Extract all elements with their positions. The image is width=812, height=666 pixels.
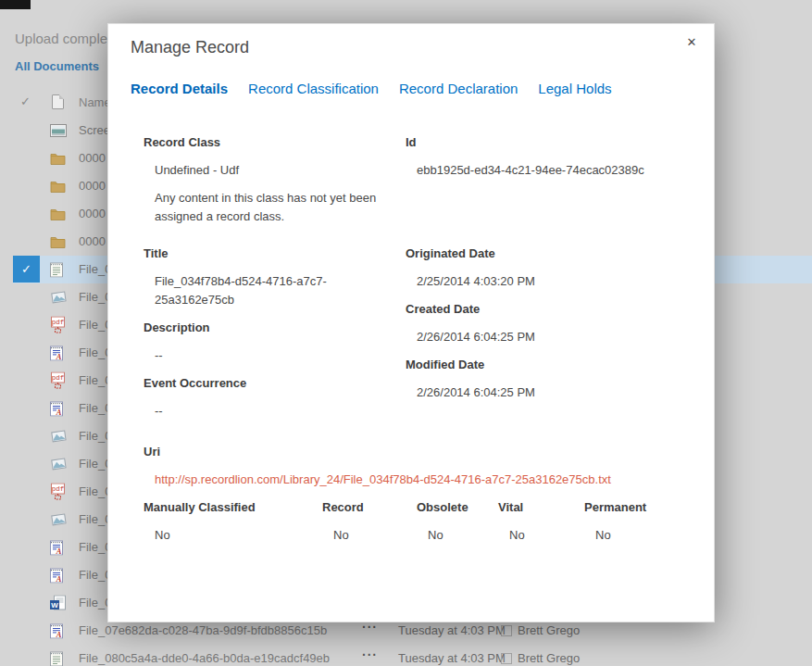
id-value: ebb1925d-ed34-4c21-94ee-74ecac02389c bbox=[417, 161, 692, 180]
record-class-value: Undefined - Udf bbox=[155, 161, 406, 180]
photo-file-icon bbox=[50, 290, 68, 306]
file-name[interactable]: Scree bbox=[79, 123, 110, 137]
rtf-file-icon: A bbox=[50, 346, 63, 361]
presence-indicator-icon bbox=[501, 653, 512, 664]
created-date-label: Created Date bbox=[406, 300, 692, 319]
flag-value: No bbox=[155, 526, 322, 545]
flag-value: No bbox=[428, 526, 498, 545]
presence-indicator-icon bbox=[501, 625, 512, 636]
flag-label: Vital bbox=[498, 498, 584, 517]
folder-name[interactable]: 0000 bbox=[79, 234, 106, 248]
ellipsis-menu-icon[interactable]: ··· bbox=[362, 647, 378, 662]
flag-manually-classified: Manually ClassifiedNo bbox=[144, 498, 322, 545]
manage-record-dialog: ✕ Manage Record Record Details Record Cl… bbox=[107, 23, 715, 622]
flag-vital: VitalNo bbox=[498, 498, 584, 545]
originated-date-value: 2/25/2014 4:03:20 PM bbox=[417, 272, 692, 291]
tab-record-declaration[interactable]: Record Declaration bbox=[399, 81, 518, 96]
dialog-title: Manage Record bbox=[131, 38, 249, 57]
pdf-file-icon: pdf bbox=[50, 484, 66, 501]
file-name[interactable]: File_07e682da-c028-47ba-9d9f-bfdb8856c15… bbox=[79, 623, 327, 637]
select-all-check-icon[interactable]: ✓ bbox=[20, 94, 31, 108]
file-row[interactable]: File_080c5a4a-dde0-4a66-b0da-e19cadcf49e… bbox=[0, 645, 812, 666]
flag-value: No bbox=[595, 526, 692, 545]
selected-row-checkbox[interactable]: ✓ bbox=[13, 256, 40, 283]
flag-value: No bbox=[509, 526, 584, 545]
pdf-file-icon: pdf bbox=[50, 317, 66, 334]
photo-file-icon bbox=[50, 457, 68, 472]
svg-text:A: A bbox=[56, 547, 62, 556]
folder-name[interactable]: 0000 bbox=[79, 151, 106, 165]
event-occurrence-value: -- bbox=[155, 402, 406, 421]
upload-status-text: Upload comple bbox=[15, 31, 107, 46]
uri-link[interactable]: http://sp.recordlion.com/Library_24/File… bbox=[155, 471, 692, 489]
tab-record-classification[interactable]: Record Classification bbox=[248, 81, 379, 96]
svg-text:pdf: pdf bbox=[52, 485, 65, 493]
flag-record: RecordNo bbox=[322, 498, 417, 545]
flag-label: Manually Classified bbox=[144, 498, 322, 517]
txt-file-icon bbox=[50, 651, 63, 666]
flag-value: No bbox=[333, 526, 417, 545]
tab-record-details[interactable]: Record Details bbox=[131, 81, 228, 96]
folder-icon bbox=[50, 207, 66, 220]
black-bar bbox=[0, 0, 31, 9]
photo-file-icon bbox=[50, 512, 68, 528]
svg-text:A: A bbox=[56, 408, 62, 417]
tab-legal-holds[interactable]: Legal Holds bbox=[538, 81, 611, 96]
modified-date: Tuesday at 4:03 PM bbox=[398, 651, 506, 665]
close-icon[interactable]: ✕ bbox=[683, 34, 700, 51]
name-column-header[interactable]: Name bbox=[79, 95, 111, 109]
modified-by-user[interactable]: Brett Grego bbox=[518, 623, 580, 637]
id-label: Id bbox=[406, 133, 692, 152]
dialog-tabs: Record Details Record Classification Rec… bbox=[131, 81, 612, 96]
rtf-file-icon: A bbox=[50, 540, 63, 556]
originated-date-label: Originated Date bbox=[406, 245, 692, 263]
folder-name[interactable]: 0000 bbox=[79, 207, 106, 220]
flag-obsolete: ObsoleteNo bbox=[417, 498, 498, 545]
event-occurrence-label: Event Occurrence bbox=[144, 374, 406, 393]
folder-name[interactable]: 0000 bbox=[79, 179, 106, 193]
folder-icon bbox=[50, 235, 66, 248]
txt-file-icon bbox=[50, 262, 63, 278]
record-class-label: Record Class bbox=[144, 133, 406, 152]
modified-date-label: Modified Date bbox=[406, 356, 692, 374]
title-label: Title bbox=[144, 245, 406, 263]
modified-date: Tuesday at 4:03 PM bbox=[398, 623, 506, 637]
title-value: File_034f78b4-d524-4716-a7c7-25a3162e75c… bbox=[155, 272, 363, 309]
folder-icon bbox=[50, 180, 66, 193]
flag-permanent: PermanentNo bbox=[584, 498, 692, 545]
svg-text:pdf: pdf bbox=[52, 319, 65, 326]
rtf-file-icon: A bbox=[50, 623, 63, 639]
svg-text:A: A bbox=[56, 630, 62, 639]
svg-text:A: A bbox=[56, 352, 62, 361]
rtf-file-icon: A bbox=[50, 568, 63, 584]
modified-date-value: 2/26/2014 6:04:25 PM bbox=[417, 383, 692, 402]
svg-text:W: W bbox=[51, 601, 58, 609]
word-file-icon: W bbox=[50, 596, 66, 611]
file-name[interactable]: File_080c5a4a-dde0-4a66-b0da-e19cadcf49e… bbox=[79, 651, 330, 665]
record-class-note: Any content in this class has not yet be… bbox=[155, 189, 394, 226]
description-label: Description bbox=[144, 319, 406, 337]
svg-text:A: A bbox=[56, 574, 62, 584]
photo-file-icon bbox=[50, 429, 68, 445]
flag-label: Obsolete bbox=[417, 498, 498, 517]
created-date-value: 2/26/2014 6:04:25 PM bbox=[417, 328, 692, 346]
flag-label: Permanent bbox=[584, 498, 692, 517]
all-documents-link[interactable]: All Documents bbox=[15, 59, 99, 73]
description-value: -- bbox=[155, 346, 406, 365]
svg-text:pdf: pdf bbox=[52, 374, 65, 382]
image-file-icon bbox=[50, 124, 67, 137]
document-type-column-icon bbox=[52, 94, 64, 109]
modified-by-user[interactable]: Brett Grego bbox=[518, 651, 580, 665]
record-details-panel: Record Class Undefined - Udf Any content… bbox=[144, 133, 692, 545]
rtf-file-icon: A bbox=[50, 401, 63, 417]
pdf-file-icon: pdf bbox=[50, 372, 66, 390]
flag-label: Record bbox=[322, 498, 417, 517]
uri-label: Uri bbox=[144, 443, 692, 461]
record-flags: Manually ClassifiedNoRecordNoObsoleteNoV… bbox=[144, 498, 692, 545]
folder-icon bbox=[50, 152, 66, 165]
